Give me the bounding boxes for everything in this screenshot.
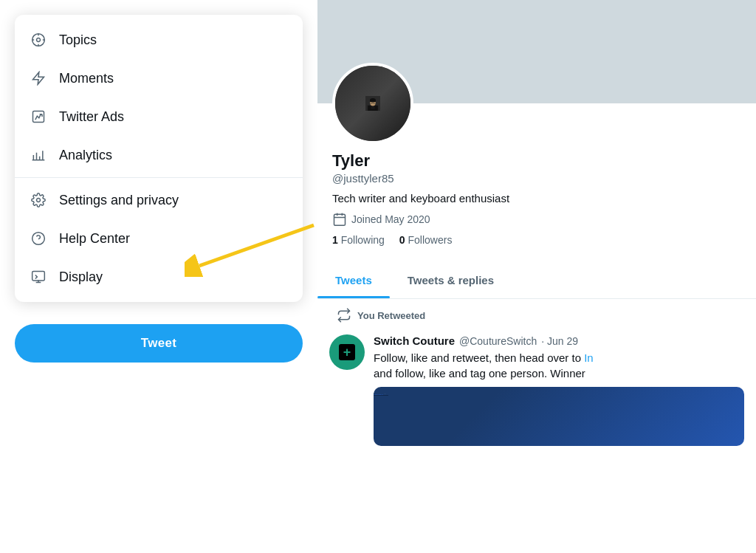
menu-item-moments[interactable]: Moments — [15, 59, 303, 97]
tweet-link[interactable]: In — [584, 351, 594, 364]
settings-icon — [30, 191, 47, 209]
tweet-date: · Jun 29 — [541, 335, 578, 347]
profile-panel: Tyler @justtyler85 Tech writer and keybo… — [317, 0, 756, 553]
tweet-button[interactable]: Tweet — [15, 324, 303, 363]
analytics-label: Analytics — [59, 148, 112, 163]
following-label: Following — [341, 234, 385, 246]
svg-point-15 — [37, 199, 41, 202]
following-stat[interactable]: 1 Following — [332, 234, 385, 246]
settings-label: Settings and privacy — [59, 193, 179, 208]
tab-tweets[interactable]: Tweets — [317, 262, 390, 298]
tweet-avatar[interactable]: + — [329, 334, 365, 370]
svg-rect-31 — [371, 106, 374, 109]
profile-tabs: Tweets Tweets & replies — [317, 262, 756, 299]
retweet-icon — [337, 308, 351, 323]
following-count: 1 — [332, 234, 338, 246]
ads-label: Twitter Ads — [59, 109, 124, 125]
followers-stat[interactable]: 0 Followers — [399, 234, 453, 246]
svg-rect-41 — [378, 394, 379, 395]
svg-rect-47 — [374, 395, 388, 396]
svg-rect-18 — [32, 272, 45, 281]
profile-joined: Joined May 2020 — [332, 212, 741, 227]
tweet-text: Follow, like and retweet, then head over… — [374, 350, 744, 381]
display-icon — [30, 268, 47, 286]
avatar — [332, 63, 413, 144]
joined-text: Joined May 2020 — [351, 213, 430, 225]
moments-label: Moments — [59, 71, 114, 86]
svg-rect-44 — [380, 394, 381, 395]
profile-name: Tyler — [332, 151, 741, 171]
retweet-label: You Retweeted — [329, 308, 744, 323]
topics-icon — [30, 31, 47, 49]
tab-tweets-replies[interactable]: Tweets & replies — [390, 262, 512, 298]
svg-rect-39 — [376, 394, 377, 395]
svg-rect-40 — [377, 394, 377, 395]
tweets-section: You Retweeted + Switch Couture @CoutureS… — [317, 299, 756, 461]
menu-item-display[interactable]: Display — [15, 258, 303, 296]
help-label: Help Center — [59, 231, 130, 247]
profile-stats: 1 Following 0 Followers — [332, 234, 741, 246]
topics-label: Topics — [59, 32, 97, 48]
menu-item-help[interactable]: Help Center — [15, 219, 303, 258]
tweet-image-preview: EMC — [374, 387, 744, 446]
menu-item-topics[interactable]: Topics — [15, 21, 303, 59]
svg-rect-32 — [334, 214, 346, 225]
menu-item-settings[interactable]: Settings and privacy — [15, 181, 303, 219]
calendar-icon — [332, 212, 347, 227]
avatar-image — [335, 66, 410, 141]
svg-marker-6 — [33, 72, 44, 85]
tweet-item: + Switch Couture @CoutureSwitch · Jun 29… — [329, 329, 744, 452]
followers-label: Followers — [408, 234, 453, 246]
analytics-icon — [30, 146, 47, 164]
tweet-content: Switch Couture @CoutureSwitch · Jun 29 F… — [374, 334, 744, 446]
profile-handle: @justtyler85 — [332, 172, 741, 185]
tweet-avatar-icon: + — [339, 344, 355, 360]
svg-rect-27 — [370, 100, 376, 102]
help-icon — [30, 230, 47, 247]
tweet-preview-svg: EMC — [374, 387, 388, 402]
moments-icon — [30, 69, 47, 87]
menu-item-twitter-ads[interactable]: Twitter Ads — [15, 97, 303, 136]
tweet-button-area: Tweet — [0, 309, 317, 363]
menu-item-analytics[interactable]: Analytics — [15, 136, 303, 174]
dropdown-menu: Topics Moments Twitter Ads — [15, 15, 303, 302]
svg-rect-38 — [375, 394, 376, 395]
svg-rect-43 — [379, 394, 380, 395]
svg-rect-42 — [379, 394, 379, 395]
tweet-author-name: Switch Couture — [374, 334, 455, 347]
left-sidebar: Topics Moments Twitter Ads — [0, 0, 317, 553]
svg-rect-46 — [382, 394, 383, 395]
ads-icon — [30, 108, 47, 126]
svg-point-16 — [32, 233, 45, 245]
display-label: Display — [59, 269, 103, 285]
tweet-author-handle: @CoutureSwitch — [459, 335, 537, 347]
svg-point-1 — [37, 38, 41, 42]
profile-bio: Tech writer and keyboard enthusiast — [332, 192, 741, 205]
svg-rect-37 — [374, 394, 375, 395]
followers-count: 0 — [399, 234, 405, 246]
tweet-header: Switch Couture @CoutureSwitch · Jun 29 — [374, 334, 744, 347]
menu-divider — [15, 177, 303, 178]
svg-rect-45 — [382, 394, 382, 395]
